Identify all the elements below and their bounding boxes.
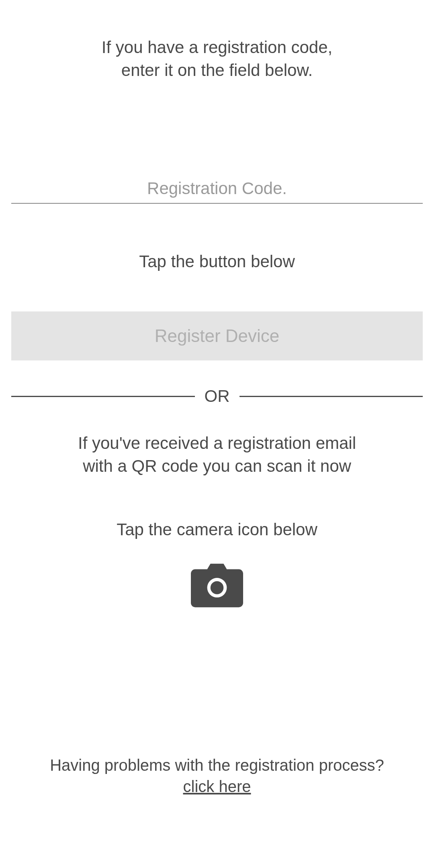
intro-line1: If you have a registration code, [102, 38, 332, 57]
svg-point-1 [211, 581, 224, 594]
problems-text: Having problems with the registration pr… [11, 756, 423, 774]
divider-row: OR [11, 387, 423, 406]
divider-line-right [240, 396, 423, 397]
divider-line-left [11, 396, 195, 397]
qr-line2: with a QR code you can scan it now [83, 457, 351, 475]
registration-code-input[interactable] [11, 174, 423, 204]
camera-button[interactable] [11, 563, 423, 608]
tap-button-instruction: Tap the button below [11, 252, 423, 271]
camera-icon [191, 563, 243, 608]
qr-instruction: If you've received a registration email … [11, 432, 423, 477]
intro-line2: enter it on the field below. [121, 61, 313, 80]
camera-instruction: Tap the camera icon below [11, 520, 423, 539]
register-device-button[interactable]: Register Device [11, 311, 423, 360]
footer: Having problems with the registration pr… [11, 756, 423, 796]
help-link[interactable]: click here [183, 778, 251, 796]
intro-text: If you have a registration code, enter i… [11, 36, 423, 82]
divider-label: OR [205, 387, 230, 406]
qr-line1: If you've received a registration email [78, 434, 356, 452]
input-wrapper [11, 174, 423, 204]
